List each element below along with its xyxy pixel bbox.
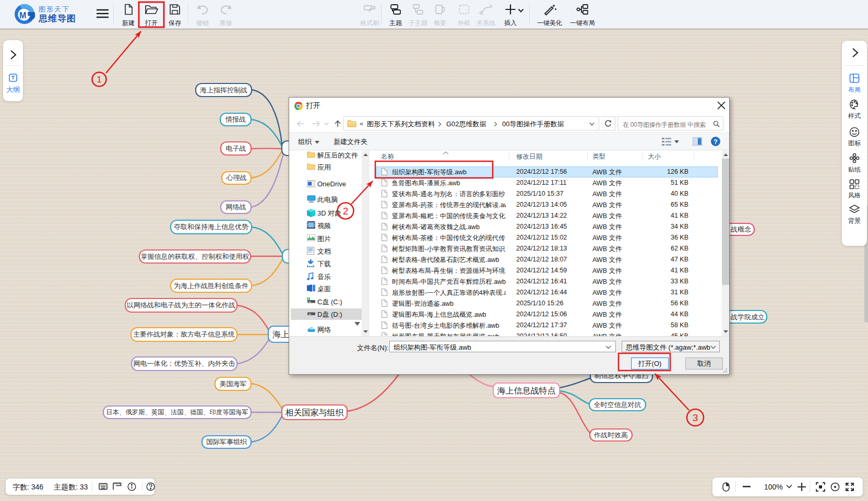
svg-text:掌握信息的获取权、控制权和使用权: 掌握信息的获取权、控制权和使用权 bbox=[141, 253, 249, 260]
svg-text:?: ? bbox=[714, 138, 718, 146]
svg-text:全时空信息对抗: 全时空信息对抗 bbox=[594, 401, 641, 409]
svg-text:电子战: 电子战 bbox=[226, 145, 246, 152]
svg-text:战概念: 战概念 bbox=[731, 225, 751, 233]
svg-text:海上信息战特点: 海上信息战特点 bbox=[497, 386, 556, 395]
svg-text:夺取和保持海上信息优势: 夺取和保持海上信息优势 bbox=[174, 223, 248, 231]
svg-text:以网络战和电子战为主的一体化作战: 以网络战和电子战为主的一体化作战 bbox=[127, 301, 235, 309]
svg-text:心理战: 心理战 bbox=[226, 174, 247, 182]
svg-text:海上指挥控制战: 海上指挥控制战 bbox=[200, 86, 247, 94]
svg-text:为海上作战胜利创造条件: 为海上作战胜利创造条件 bbox=[174, 282, 248, 290]
svg-text:作战时效高: 作战时效高 bbox=[593, 431, 628, 439]
svg-text:情报战: 情报战 bbox=[225, 115, 246, 123]
svg-text:国际军事组织: 国际军事组织 bbox=[206, 438, 247, 446]
svg-text:主要作战对象：敌方电子信息系统: 主要作战对象：敌方电子信息系统 bbox=[133, 330, 235, 338]
svg-text:M: M bbox=[19, 11, 26, 20]
svg-text:网络战: 网络战 bbox=[226, 203, 246, 211]
svg-text:战学院成立: 战学院成立 bbox=[731, 313, 765, 321]
svg-text:日本、俄罗斯、英国、法国、德国、印度等国海军: 日本、俄罗斯、英国、法国、德国、印度等国海军 bbox=[106, 409, 248, 416]
svg-text:网电一体化：优势互补、内外夹击: 网电一体化：优势互补、内外夹击 bbox=[134, 360, 235, 367]
svg-text:美国海军: 美国海军 bbox=[220, 380, 247, 388]
svg-text:相关国家与组织: 相关国家与组织 bbox=[286, 408, 344, 417]
